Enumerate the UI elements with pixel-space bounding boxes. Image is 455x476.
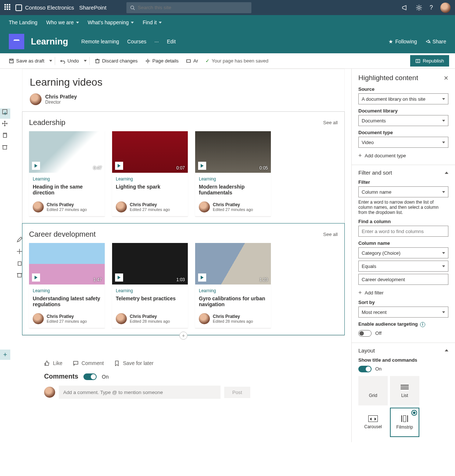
video-duration: 0:07 [176, 165, 185, 171]
layout-filmstrip[interactable]: Filmstrip [390, 408, 419, 437]
share-icon [425, 39, 430, 44]
video-card[interactable]: 0:07 Learning Lighting the spark Chris P… [112, 131, 188, 216]
filter-select[interactable]: Column name [358, 186, 448, 197]
page-title[interactable]: Learning videos [30, 76, 337, 88]
info-icon[interactable]: i [420, 322, 425, 327]
nav-whats-happening[interactable]: What's happening [88, 19, 134, 25]
play-icon [198, 162, 206, 170]
add-webpart-button[interactable]: + [179, 332, 187, 340]
video-card[interactable]: 0:47 Learning Heading in the same direct… [29, 131, 105, 216]
undo-button[interactable]: Undo [57, 57, 82, 65]
chevron-up-icon [445, 349, 448, 351]
card-title: Telemetry best practices [116, 296, 184, 309]
findcol-label: Find a column [358, 219, 448, 224]
webpart-section[interactable]: Career development See all 1:47 Learning… [22, 223, 345, 335]
layout-list[interactable]: List [390, 376, 419, 405]
audience-toggle[interactable] [358, 330, 372, 337]
delete-icon[interactable] [16, 272, 23, 278]
move-icon[interactable] [16, 248, 23, 255]
card-avatar [199, 201, 210, 212]
video-thumbnail: 1:03 [112, 243, 188, 284]
share-button[interactable]: Share [425, 39, 446, 44]
source-select[interactable]: A document library on this site [358, 93, 448, 104]
card-author: Chris Pratley [213, 314, 253, 319]
close-panel-button[interactable]: ✕ [444, 75, 448, 82]
save-draft-button[interactable]: Save as draft [6, 57, 47, 65]
layout-carousel[interactable]: Carousel [358, 408, 388, 437]
add-section-button[interactable]: + [0, 350, 10, 360]
add-filter-button[interactable]: +Add filter [358, 289, 448, 296]
following-button[interactable]: ★ Following [388, 39, 417, 44]
video-card[interactable]: 1:47 Learning Understanding latest safet… [29, 243, 105, 328]
help-icon[interactable]: ? [430, 4, 433, 11]
colname-label: Column name [358, 240, 448, 246]
copy-icon[interactable] [16, 260, 23, 266]
megaphone-icon[interactable] [402, 4, 408, 11]
doclib-select[interactable]: Documents [358, 115, 448, 126]
post-button[interactable]: Post [224, 387, 250, 398]
comment-input[interactable] [59, 386, 221, 399]
findcol-input[interactable] [358, 226, 448, 237]
app-name[interactable]: SharePoint [79, 4, 106, 11]
nav-find-it[interactable]: Find it [143, 19, 162, 25]
showtitle-toggle[interactable] [358, 366, 372, 372]
gear-icon[interactable] [416, 4, 422, 11]
comment-button[interactable]: Comment [73, 360, 104, 366]
colname-select[interactable]: Category (Choice) [358, 247, 448, 258]
tab-edit[interactable]: Edit [167, 39, 176, 44]
card-title: Understanding latest safety regulations [33, 296, 101, 309]
save-later-button[interactable]: Save for later [114, 360, 153, 366]
tab-courses[interactable]: Courses [127, 39, 146, 44]
tab-remote-learning[interactable]: Remote learning [81, 39, 119, 44]
site-name[interactable]: Learning [31, 36, 68, 47]
nav-landing[interactable]: The Landing [9, 19, 37, 25]
nav-who-we-are[interactable]: Who we are [46, 19, 79, 25]
sortby-select[interactable]: Most recent [358, 307, 448, 318]
video-thumbnail: 0:07 [112, 131, 188, 173]
site-logo[interactable] [9, 34, 24, 49]
user-avatar[interactable] [440, 3, 451, 13]
video-thumbnail: 0:05 [195, 131, 271, 173]
layout-grid[interactable]: Grid [358, 376, 388, 405]
page-details-button[interactable]: Page details [142, 57, 182, 65]
video-card[interactable]: 1:23 Learning Gyro calibrations for urba… [195, 243, 271, 328]
svg-rect-10 [3, 110, 7, 114]
like-button[interactable]: Like [44, 360, 62, 366]
section-toolbar [1, 108, 8, 150]
card-avatar [33, 201, 44, 212]
doctype-select[interactable]: Video [358, 137, 448, 148]
card-edited: Edited 28 minutes ago [213, 319, 253, 323]
card-author: Chris Pratley [47, 202, 87, 207]
ar-button[interactable]: Ar [183, 57, 201, 65]
operator-select[interactable]: Equals [358, 261, 448, 272]
edit-icon[interactable] [1, 108, 8, 115]
card-category: Learning [33, 176, 101, 182]
filter-value-select[interactable]: Career development [358, 274, 448, 285]
add-doctype-button[interactable]: +Add document type [358, 152, 448, 159]
discard-button[interactable]: Discard changes [92, 57, 141, 65]
comments-header: Comments On [44, 373, 351, 380]
author-avatar[interactable] [30, 93, 42, 105]
video-duration: 1:47 [93, 277, 102, 282]
search-box[interactable] [126, 2, 251, 13]
copy-icon[interactable] [1, 132, 8, 139]
source-label: Source [358, 86, 448, 92]
video-duration: 1:03 [176, 277, 185, 282]
tab-more[interactable]: ··· [154, 39, 159, 44]
search-input[interactable] [138, 5, 248, 10]
save-split-button[interactable] [49, 60, 53, 62]
edit-icon[interactable] [16, 236, 23, 243]
video-card[interactable]: 1:03 Learning Telemetry best practices C… [112, 243, 188, 328]
see-all-link[interactable]: See all [323, 232, 338, 237]
comments-toggle[interactable] [83, 373, 97, 380]
see-all-link[interactable]: See all [323, 120, 338, 125]
webpart-section[interactable]: Leadership See all 0:47 Learning Heading… [22, 111, 345, 223]
app-launcher-icon[interactable] [4, 4, 12, 11]
layout-header[interactable]: Layout [358, 347, 448, 354]
republish-button[interactable]: Republish [410, 55, 449, 67]
video-card[interactable]: 0:05 Learning Modern leadership fundamen… [195, 131, 271, 216]
undo-split-button[interactable] [83, 60, 87, 62]
move-icon[interactable] [1, 120, 8, 127]
delete-icon[interactable] [1, 144, 8, 150]
filter-sort-header[interactable]: Filter and sort [358, 169, 448, 176]
